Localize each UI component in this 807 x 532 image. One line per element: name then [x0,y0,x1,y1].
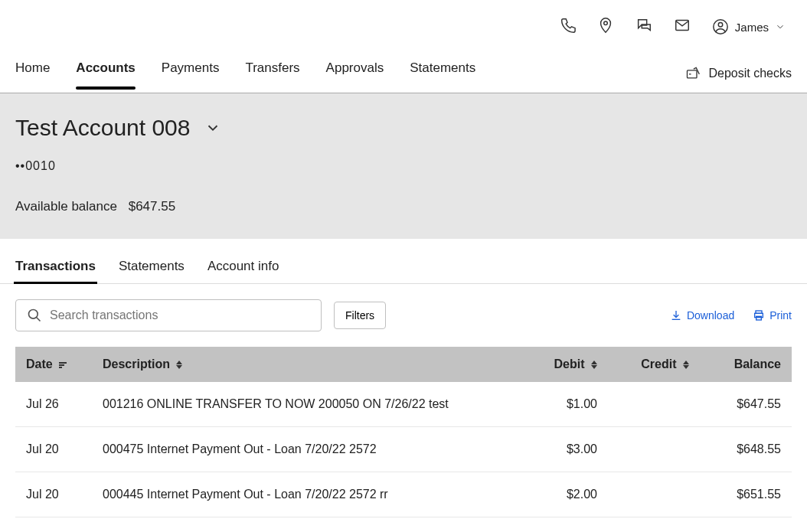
mail-icon[interactable] [674,17,691,37]
table-row[interactable]: Jul 26 001216 ONLINE TRANSFER TO NOW 200… [15,382,792,427]
cell-date: Jul 26 [26,397,103,411]
th-description[interactable]: Description [103,357,505,371]
deposit-checks-label: Deposit checks [709,67,792,80]
cell-balance: $647.55 [689,397,781,411]
account-name: Test Account 008 [15,115,191,141]
cell-credit [597,442,689,456]
print-icon [753,309,765,321]
filters-button[interactable]: Filters [334,302,386,329]
download-link[interactable]: Download [670,309,734,321]
available-balance-label: Available balance [15,199,117,214]
chevron-down-icon [204,119,221,136]
table-header-row: Date Description Debit Credit Balance [15,347,792,382]
cell-debit: $1.00 [505,397,597,411]
nav-approvals[interactable]: Approvals [326,60,384,86]
sort-icon [591,361,597,369]
topbar: James [0,0,807,54]
cell-balance: $648.55 [689,442,781,456]
svg-point-0 [604,21,608,25]
th-balance[interactable]: Balance [689,357,781,371]
account-selector[interactable]: Test Account 008 [15,115,792,141]
table-row[interactable]: Jul 20 000445 Internet Payment Out - Loa… [15,472,792,517]
sort-icon [683,361,689,369]
transactions-table: Date Description Debit Credit Balance Ju… [15,347,792,517]
chevron-down-icon [775,21,786,32]
svg-point-3 [718,23,723,28]
sort-icon [176,361,182,369]
search-input[interactable] [50,308,310,322]
tab-statements[interactable]: Statements [119,259,185,283]
user-name: James [735,21,769,34]
cell-description: 000475 Internet Payment Out - Loan 7/20/… [103,442,505,456]
account-hero: Test Account 008 ••0010 Available balanc… [0,93,807,239]
search-field-wrapper[interactable] [15,299,322,331]
print-link[interactable]: Print [753,309,792,321]
th-credit[interactable]: Credit [597,357,689,371]
user-avatar-icon [712,18,729,35]
cell-debit: $2.00 [505,488,597,501]
available-balance: Available balance $647.55 [15,199,792,214]
cell-credit [597,488,689,501]
print-label: Print [769,309,792,321]
nav-accounts[interactable]: Accounts [76,60,135,86]
th-debit[interactable]: Debit [505,357,597,371]
cell-credit [597,397,689,411]
nav-transfers[interactable]: Transfers [245,60,299,86]
download-icon [670,309,682,321]
transactions-toolbar: Filters Download Print [0,284,807,347]
nav-home[interactable]: Home [15,60,50,86]
download-label: Download [687,309,734,321]
deposit-checks-button[interactable]: Deposit checks [684,66,792,81]
user-menu[interactable]: James [712,18,786,35]
main-nav: Home Accounts Payments Transfers Approva… [0,54,807,93]
th-date[interactable]: Date [26,357,103,371]
search-icon [27,308,42,323]
cell-balance: $651.55 [689,488,781,501]
svg-rect-4 [687,70,697,77]
tab-account-info[interactable]: Account info [207,259,279,283]
deposit-check-icon [684,66,701,81]
account-masked-number: ••0010 [15,159,792,173]
chat-icon[interactable] [635,17,652,37]
phone-icon[interactable] [559,17,576,37]
cell-debit: $3.00 [505,442,597,456]
sort-desc-icon [59,362,67,368]
location-pin-icon[interactable] [597,17,614,37]
nav-payments[interactable]: Payments [162,60,220,86]
account-subtabs: Transactions Statements Account info [0,239,807,284]
cell-date: Jul 20 [26,442,103,456]
cell-description: 001216 ONLINE TRANSFER TO NOW 200050 ON … [103,397,505,411]
svg-point-5 [29,310,38,319]
available-balance-value: $647.55 [129,199,175,214]
cell-date: Jul 20 [26,488,103,501]
table-row[interactable]: Jul 20 000475 Internet Payment Out - Loa… [15,427,792,472]
cell-description: 000445 Internet Payment Out - Loan 7/20/… [103,488,505,501]
nav-statements[interactable]: Statements [410,60,475,86]
tab-transactions[interactable]: Transactions [15,259,96,283]
